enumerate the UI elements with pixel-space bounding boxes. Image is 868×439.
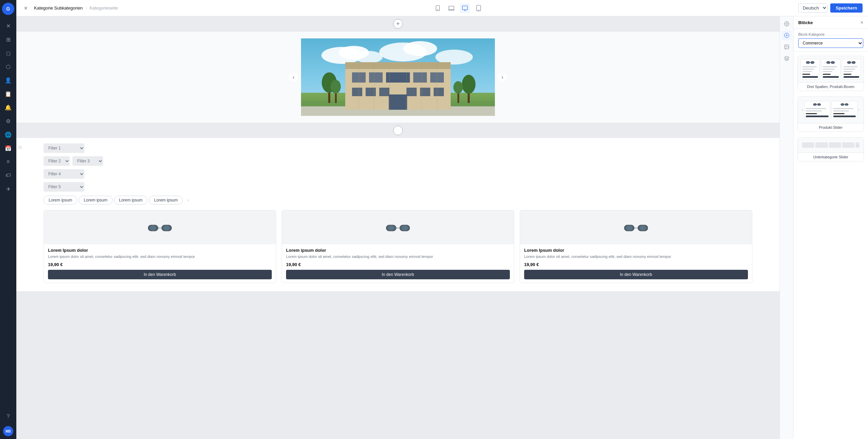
svg-point-73	[785, 46, 786, 47]
topbar: ✕ Kategorie Subkategorien › Kategoriesei…	[16, 0, 868, 16]
blocks-list: Drei Spalten, Produkt-Boxen ‹	[794, 52, 868, 439]
add-block-button-2[interactable]	[393, 126, 403, 135]
nav-logo[interactable]: G	[2, 3, 14, 15]
blocks-panel-header: Blöcke ×	[794, 16, 868, 29]
mini-slider-product-1	[804, 101, 830, 119]
tab-1[interactable]: Lorem ipsum	[44, 196, 77, 205]
svg-point-60	[401, 226, 408, 230]
topbar-actions: Deutsch English Speichern	[798, 3, 863, 13]
close-button[interactable]: ✕	[22, 4, 30, 12]
panel-icon-media[interactable]	[782, 42, 791, 52]
svg-point-98	[841, 104, 844, 105]
filter-select-3[interactable]: Filter 3	[72, 156, 103, 166]
nav-item-layers[interactable]: ◻	[2, 47, 14, 59]
svg-point-1	[437, 9, 438, 10]
tab-3[interactable]: Lorem ipsum	[114, 196, 148, 205]
nav-avatar[interactable]: MB	[3, 426, 13, 436]
product-tabs: Lorem ipsum Lorem ipsum Lorem ipsum Lore…	[44, 196, 752, 205]
svg-rect-20	[345, 62, 451, 69]
block-preview-drei-spalten[interactable]: Drei Spalten, Produkt-Boxen	[798, 56, 864, 91]
svg-point-88	[848, 62, 850, 63]
filter-select-1[interactable]: Filter 1	[44, 143, 84, 153]
mini-slider-product-2	[832, 101, 857, 119]
add-to-cart-button-3[interactable]: In den Warenkorb	[524, 270, 748, 279]
panel-icon-blocks[interactable]	[782, 31, 791, 40]
panel-icons	[780, 16, 793, 439]
product-info-3: Lorem Ipsum dolor Lorem ipsum dolor sit …	[520, 244, 752, 283]
tab-2[interactable]: Lorem ipsum	[79, 196, 112, 205]
add-block-button[interactable]: +	[393, 19, 403, 29]
svg-point-36	[462, 75, 475, 94]
nav-item-help[interactable]: ?	[2, 410, 14, 423]
breadcrumb-sub: Kategorieseite	[89, 5, 118, 11]
product-info-2: Lorem ipsum dolor Lorem ipsum dolor sit …	[282, 244, 514, 283]
svg-point-53	[163, 226, 170, 230]
hero-image	[301, 38, 495, 116]
panel-icon-layers[interactable]	[782, 54, 791, 63]
add-to-cart-button-1[interactable]: In den Warenkorb	[48, 270, 272, 279]
filter-select-2[interactable]: Filter 2	[44, 156, 70, 166]
nav-item-box[interactable]: ⬡	[2, 60, 14, 73]
nav-item-users[interactable]: 👤	[2, 74, 14, 86]
product-title-3: Lorem Ipsum dolor	[524, 248, 748, 253]
tab-arrow-right[interactable]: ›	[184, 196, 192, 204]
panel-icon-settings[interactable]	[782, 19, 791, 29]
device-tablet[interactable]	[433, 3, 443, 13]
product-desc-2: Lorem ipsum dolor sit amet, consetetur s…	[286, 254, 510, 259]
block-preview-slider-img: ‹	[798, 97, 864, 123]
filter-select-4[interactable]: Filter 4	[44, 169, 84, 179]
product-price-3: 19,90 €	[524, 262, 748, 267]
svg-rect-22	[369, 72, 383, 83]
svg-point-83	[827, 62, 830, 63]
nav-item-list[interactable]: ≡	[2, 156, 14, 168]
svg-rect-4	[462, 6, 467, 10]
mini-subcat-more: ›	[855, 142, 859, 148]
nav-item-tag[interactable]: 🏷	[2, 169, 14, 181]
block-category-select[interactable]: Commerce Layout Media Text	[798, 38, 863, 48]
block-handle-products[interactable]: ⊞	[18, 145, 22, 150]
filter-row-1: Filter 1	[44, 143, 752, 153]
svg-rect-26	[352, 88, 362, 96]
add-block-bar-2[interactable]	[16, 123, 780, 138]
nav-item-settings[interactable]: ⚙	[2, 115, 14, 127]
hero-image-container: ‹	[301, 38, 495, 116]
tab-4[interactable]: Lorem ipsum	[149, 196, 183, 205]
block-preview-unterkategorie[interactable]: › Unterkategorie Slider	[798, 137, 864, 161]
nav-item-calendar[interactable]: 📅	[2, 142, 14, 154]
device-laptop[interactable]	[447, 3, 456, 13]
mini-product-3	[842, 59, 861, 80]
svg-point-52	[150, 226, 156, 230]
filter-select-5[interactable]: Filter 5	[44, 182, 84, 192]
svg-point-66	[626, 226, 633, 230]
svg-point-67	[639, 226, 646, 230]
product-tabs-container: Lorem ipsum Lorem ipsum Lorem ipsum Lore…	[44, 196, 752, 205]
language-select[interactable]: Deutsch English	[798, 3, 828, 13]
nav-item-grid[interactable]: ⊞	[2, 33, 14, 46]
blocks-panel-close-button[interactable]: ×	[861, 20, 863, 25]
product-price-2: 19,90 €	[286, 262, 510, 267]
mini-subcat-4	[842, 142, 854, 148]
add-to-cart-button-2[interactable]: In den Warenkorb	[286, 270, 510, 279]
right-panel: Blöcke × Block-Kategorie Commerce Layout…	[780, 16, 868, 439]
block-drei-spalten-label: Drei Spalten, Produkt-Boxen	[798, 82, 864, 91]
product-image-3	[520, 210, 752, 244]
nav-item-book[interactable]: 📋	[2, 88, 14, 100]
svg-point-40	[453, 81, 463, 93]
product-info-1: Lorem Ipsum dolor Lorem ipsum dolor sit …	[44, 244, 276, 283]
nav-item-globe[interactable]: 🌐	[2, 128, 14, 141]
content-area: + ⊞ ‹	[16, 16, 868, 439]
nav-item-send[interactable]: ✈	[2, 183, 14, 195]
save-button[interactable]: Speichern	[830, 3, 863, 13]
mini-product-2	[821, 59, 840, 80]
svg-point-89	[852, 62, 855, 63]
hero-next-arrow[interactable]: ›	[498, 72, 507, 82]
device-desktop[interactable]	[460, 3, 470, 13]
svg-point-68	[786, 23, 787, 24]
device-mobile[interactable]	[474, 3, 483, 13]
nav-item-close[interactable]: ✕	[2, 20, 14, 32]
add-block-bar[interactable]: +	[16, 16, 780, 31]
nav-item-bell[interactable]: 🔔	[2, 101, 14, 113]
svg-point-12	[355, 51, 383, 63]
block-preview-produkt-slider[interactable]: ‹	[798, 96, 864, 132]
hero-prev-arrow[interactable]: ‹	[289, 72, 298, 82]
